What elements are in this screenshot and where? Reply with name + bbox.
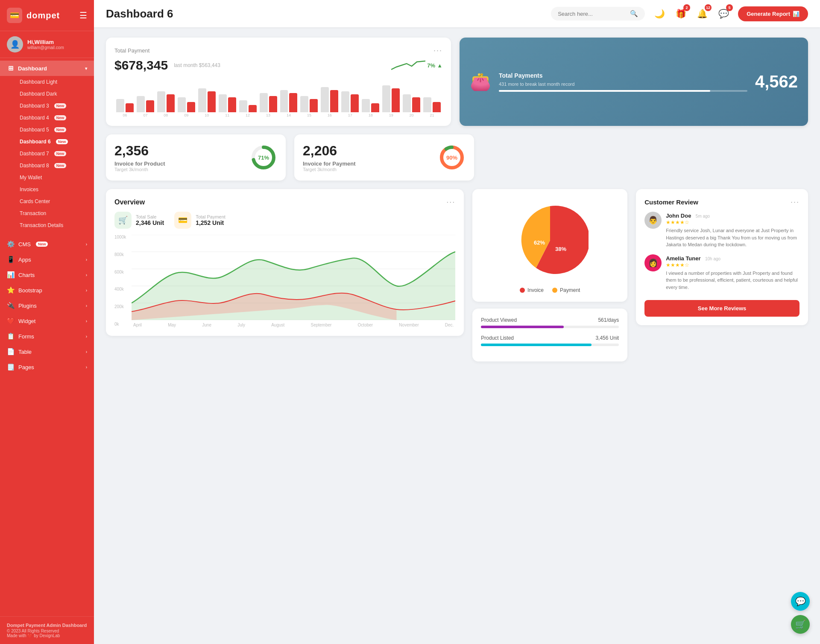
x-label: November bbox=[399, 323, 419, 327]
support-icon: 💬 bbox=[795, 596, 806, 606]
cart-fab[interactable]: 🛒 bbox=[791, 615, 810, 634]
x-label: Dec. bbox=[445, 323, 454, 327]
footer-made-with: Made with ❤️ by DexignLab bbox=[7, 633, 87, 638]
sidebar-item-dashboard[interactable]: ⊞ Dashboard ▾ bbox=[0, 61, 94, 76]
dashboard-submenu: Dashboard Light Dashboard Dark Dashboard… bbox=[0, 76, 94, 231]
dashboard-icon: ⊞ bbox=[7, 64, 15, 72]
wallet-icon: 👛 bbox=[470, 72, 491, 92]
message-button[interactable]: 💬 5 bbox=[716, 6, 731, 21]
sidebar-item-forms[interactable]: 📋 Forms › bbox=[0, 329, 94, 344]
sidebar-item-apps[interactable]: 📱 Apps › bbox=[0, 252, 94, 267]
support-fab[interactable]: 💬 bbox=[791, 592, 810, 611]
chart-label: 21 bbox=[423, 113, 441, 117]
gray-bar bbox=[362, 99, 370, 113]
generate-report-button[interactable]: Generate Report 📊 bbox=[738, 6, 808, 21]
sidebar-item-cms[interactable]: ⚙️ CMS New › bbox=[0, 236, 94, 252]
trend-badge: 7% ▲ bbox=[391, 58, 442, 73]
username: Hi,William bbox=[27, 39, 64, 45]
bar-group bbox=[178, 97, 195, 112]
x-label: October bbox=[358, 323, 373, 327]
chevron-right-icon: › bbox=[86, 288, 87, 293]
more-options-button[interactable]: ··· bbox=[433, 46, 442, 55]
area-chart-svg bbox=[132, 235, 455, 320]
menu-label: Dashboard 3 bbox=[20, 103, 49, 109]
menu-label: Invoices bbox=[20, 186, 38, 192]
search-bar[interactable]: 🔍 bbox=[551, 7, 645, 20]
bar-group bbox=[403, 94, 420, 112]
y-label: 800k bbox=[114, 252, 126, 257]
sidebar-item-dashboard-dark[interactable]: Dashboard Dark bbox=[13, 88, 94, 100]
red-bar bbox=[249, 105, 257, 113]
sidebar-item-dashboard-5[interactable]: Dashboard 5 New bbox=[13, 124, 94, 136]
tp-progress-fill bbox=[499, 90, 710, 92]
svg-text:62%: 62% bbox=[534, 239, 545, 246]
topbar: Dashboard 6 🔍 🌙 🎁 2 🔔 12 💬 5 Generate R bbox=[94, 0, 820, 27]
user-email: william@gmail.com bbox=[27, 45, 64, 50]
chart-label: 12 bbox=[239, 113, 257, 117]
red-bar bbox=[167, 94, 175, 112]
chevron-right-icon: › bbox=[86, 257, 87, 262]
gray-bar bbox=[321, 87, 329, 113]
overview-more-button[interactable]: ··· bbox=[446, 198, 455, 207]
gray-bar bbox=[178, 97, 186, 112]
bar-group bbox=[341, 91, 359, 112]
sidebar-item-widget[interactable]: ❤️ Widget › bbox=[0, 313, 94, 329]
menu-label: Dashboard Dark bbox=[20, 91, 57, 97]
menu-label: Transaction Details bbox=[20, 222, 63, 228]
sidebar-item-dashboard-4[interactable]: Dashboard 4 New bbox=[13, 112, 94, 124]
reviewer-1-name: John Doe bbox=[666, 213, 691, 219]
x-label: June bbox=[202, 323, 211, 327]
last-month-text: last month $563,443 bbox=[174, 62, 220, 68]
sidebar-item-cards-center[interactable]: Cards Center bbox=[13, 195, 94, 207]
apps-icon: 📱 bbox=[7, 256, 15, 263]
sidebar-item-charts[interactable]: 📊 Charts › bbox=[0, 267, 94, 283]
product-viewed-fill bbox=[481, 326, 564, 328]
pie-legend: Invoice Payment bbox=[520, 287, 580, 293]
theme-toggle-button[interactable]: 🌙 bbox=[652, 6, 667, 21]
bar-group bbox=[280, 90, 298, 113]
red-bar bbox=[228, 97, 236, 112]
sidebar-item-invoices[interactable]: Invoices bbox=[13, 184, 94, 195]
see-more-reviews-button[interactable]: See More Reviews bbox=[644, 300, 800, 317]
sidebar-item-dashboard-6[interactable]: Dashboard 6 New bbox=[13, 136, 94, 148]
sidebar-item-plugins[interactable]: 🔌 Plugins › bbox=[0, 298, 94, 313]
invoice-product-card: 2,356 Invoice for Product Target 3k/mont… bbox=[106, 134, 286, 181]
menu-label: CMS bbox=[18, 241, 31, 248]
chevron-right-icon: › bbox=[86, 350, 87, 354]
gray-bar bbox=[239, 100, 247, 112]
sidebar-item-bootstrap[interactable]: ⭐ Bootstrap › bbox=[0, 283, 94, 298]
sidebar-item-dashboard-7[interactable]: Dashboard 7 New bbox=[13, 148, 94, 160]
total-sale-label: Total Sale bbox=[136, 214, 164, 219]
product-listed-fill bbox=[481, 344, 591, 346]
sidebar-item-dashboard-light[interactable]: Dashboard Light bbox=[13, 76, 94, 88]
sidebar-item-mywallet[interactable]: My Wallet bbox=[13, 172, 94, 184]
notification-button[interactable]: 🔔 12 bbox=[694, 6, 710, 21]
sidebar-item-dashboard-8[interactable]: Dashboard 8 New bbox=[13, 160, 94, 172]
sidebar-item-dashboard-3[interactable]: Dashboard 3 New bbox=[13, 100, 94, 112]
gray-bar bbox=[382, 85, 390, 112]
pages-icon: 🗒️ bbox=[7, 363, 15, 371]
bar-group bbox=[116, 99, 134, 113]
total-payment-label: Total Payment bbox=[114, 47, 149, 54]
dashboard-label: Dashboard bbox=[18, 65, 47, 72]
sidebar-item-pages[interactable]: 🗒️ Pages › bbox=[0, 359, 94, 375]
product-viewed-value: 561/days bbox=[598, 317, 619, 323]
area-chart-container: 0k 200k 400k 600k 800k 1000k bbox=[114, 235, 455, 327]
menu-label: My Wallet bbox=[20, 175, 42, 181]
sidebar-item-table[interactable]: 📄 Table › bbox=[0, 344, 94, 359]
user-profile[interactable]: 👤 Hi,William william@gmail.com bbox=[0, 31, 94, 58]
dashboard-section: ⊞ Dashboard ▾ Dashboard Light Dashboard … bbox=[0, 58, 94, 234]
sidebar-item-transaction-details[interactable]: Transaction Details bbox=[13, 219, 94, 231]
bar-group bbox=[198, 88, 216, 112]
sidebar-item-transaction[interactable]: Transaction bbox=[13, 207, 94, 219]
hamburger-icon[interactable]: ☰ bbox=[79, 10, 87, 20]
chart-label: 07 bbox=[137, 113, 154, 117]
tp-subtitle: 431 more to break last month record bbox=[499, 82, 747, 87]
review-more-button[interactable]: ··· bbox=[791, 198, 800, 207]
search-input[interactable] bbox=[558, 11, 627, 17]
reviewer-2-text: I viewed a number of properties with Jus… bbox=[666, 270, 800, 291]
sale-icon: 🛒 bbox=[114, 212, 132, 229]
msg-badge: 5 bbox=[726, 4, 733, 11]
reviewer-1-text: Friendly service Josh, Lunar and everyon… bbox=[666, 227, 800, 248]
gift-button[interactable]: 🎁 2 bbox=[673, 6, 688, 21]
